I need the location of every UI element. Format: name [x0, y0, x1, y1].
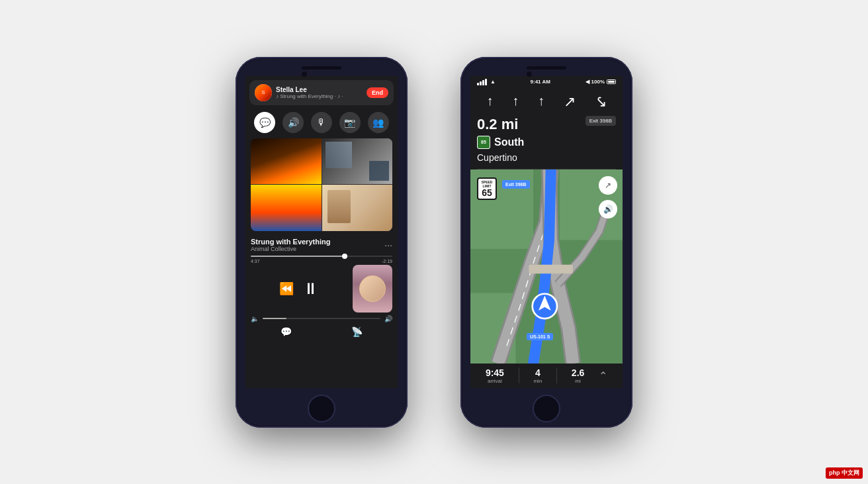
- controls-row: 💬 🔊 🎙 📷 👥: [245, 109, 398, 136]
- album-art: [251, 138, 392, 231]
- front-camera: [302, 72, 307, 77]
- lane-arrows: ↑ ↑ ↑ ↗ ↪: [477, 91, 616, 113]
- expand-button[interactable]: ⌃: [599, 369, 607, 382]
- group-icon[interactable]: 👥: [368, 112, 389, 133]
- share-icon: ↗: [605, 181, 611, 190]
- facetime-song: ♪ Strung with Everything · ♪ ·: [276, 93, 363, 99]
- status-left: ▲: [477, 79, 496, 85]
- eta-distance: 2.6 mi: [572, 367, 584, 384]
- nav-header: ↑ ↑ ↑ ↗ ↪ 0.2 mi Exit 398B 85: [470, 87, 623, 169]
- speaker-icon[interactable]: 🔊: [282, 112, 304, 133]
- audio-icon: 🔊: [603, 205, 613, 214]
- arrow-1: ↑: [486, 93, 493, 111]
- speaker-top: [302, 66, 341, 70]
- progress-thumb: [342, 254, 347, 259]
- nav-destination: Cupertino: [477, 152, 517, 163]
- exit-badge: Exit 398B: [586, 116, 616, 126]
- progress-bar[interactable]: [251, 256, 392, 257]
- collage-4: [322, 185, 393, 231]
- lyrics-icon[interactable]: 💬: [281, 326, 292, 337]
- watermark: php 中文网: [826, 467, 863, 479]
- bar-1: [477, 83, 479, 85]
- eta-time: 4 min: [533, 367, 542, 384]
- status-time: 9:41 AM: [531, 79, 550, 85]
- time-row: 4:37 -2:19: [245, 259, 398, 264]
- time-elapsed: 4:37: [251, 259, 260, 264]
- facetime-info: Stella Lee ♪ Strung with Everything · ♪ …: [276, 86, 363, 99]
- home-button-maps[interactable]: [533, 395, 560, 422]
- pause-button[interactable]: ⏸: [303, 279, 319, 298]
- destination-row: Cupertino: [477, 150, 616, 165]
- phone-left: S Stella Lee ♪ Strung with Everything · …: [236, 57, 408, 428]
- highway-label: US-101 S: [527, 333, 553, 340]
- facetime-user-name: Stella Lee: [276, 86, 363, 93]
- home-button[interactable]: [308, 395, 335, 422]
- highway-number: 85: [481, 140, 486, 144]
- status-right: ◀ 100%: [586, 79, 616, 85]
- exit-sign-map: Exit 398B: [502, 180, 530, 189]
- phone-right: ▲ 9:41 AM ◀ 100% ↑: [460, 57, 632, 428]
- nav-main-row: 0.2 mi Exit 398B: [477, 113, 616, 134]
- message-icon[interactable]: 💬: [254, 112, 275, 133]
- playback-controls: ⏪ ⏸: [251, 279, 347, 298]
- speed-limit-sign: SPEEDLIMIT 65: [477, 177, 497, 200]
- progress-fill: [251, 256, 347, 257]
- time-remaining: -2:19: [382, 259, 392, 264]
- arrow-4: ↗: [564, 93, 576, 111]
- nav-direction: South: [494, 136, 524, 148]
- arrow-2: ↑: [512, 93, 519, 111]
- highway-shield: 85: [477, 136, 490, 149]
- song-title: Strung with Everything: [251, 238, 330, 246]
- mic-icon[interactable]: 🎙: [311, 112, 332, 133]
- bar-2: [480, 81, 482, 85]
- nav-distance: 0.2 mi: [477, 116, 518, 133]
- map-view: SPEEDLIMIT 65 Exit 398B ↗ 🔊 US-101 S: [470, 169, 623, 363]
- battery-label: 100%: [591, 79, 605, 85]
- facetime-video-thumbnail: [353, 265, 392, 313]
- camera-icon[interactable]: 📷: [339, 112, 361, 133]
- share-button[interactable]: ↗: [599, 176, 617, 195]
- collage-1: [251, 138, 322, 185]
- svg-rect-4: [529, 264, 573, 273]
- nav-route-row: 85 South: [477, 134, 616, 150]
- eta-distance-value: 2.6: [572, 367, 584, 378]
- collage-2: [322, 138, 393, 185]
- volume-low-icon: 🔈: [251, 315, 259, 322]
- battery-icon: [607, 79, 616, 84]
- eta-divider-1: [519, 367, 519, 383]
- music-screen: S Stella Lee ♪ Strung with Everything · …: [245, 76, 398, 388]
- bar-3: [482, 80, 484, 85]
- signal-bars: [477, 79, 487, 85]
- song-info: Strung with Everything Animal Collective…: [245, 234, 398, 254]
- avatar: S: [255, 84, 272, 101]
- speed-limit-text: SPEEDLIMIT: [480, 180, 494, 188]
- volume-fill: [263, 318, 286, 319]
- volume-bar[interactable]: [263, 318, 380, 319]
- audio-button[interactable]: 🔊: [599, 200, 617, 218]
- more-button[interactable]: ···: [384, 240, 392, 250]
- airplay-icon[interactable]: 📡: [351, 326, 363, 337]
- volume-row: 🔈 🔊: [245, 314, 398, 324]
- front-camera-maps: [527, 72, 532, 77]
- eta-time-label: min: [533, 378, 542, 384]
- wifi-icon: ▲: [490, 79, 496, 85]
- eta-distance-label: mi: [572, 378, 584, 384]
- eta-arrival: 9:45 arrival: [486, 367, 504, 384]
- eta-bar: 9:45 arrival 4 min 2.6 mi ⌃: [470, 363, 623, 388]
- status-bar: ▲ 9:41 AM ◀ 100%: [470, 76, 623, 87]
- speaker-top-maps: [527, 66, 566, 70]
- playback-row: ⏪ ⏸: [245, 264, 398, 314]
- location-icon: ◀: [586, 79, 589, 85]
- song-artist: Animal Collective: [251, 246, 330, 252]
- scene: S Stella Lee ♪ Strung with Everything · …: [236, 57, 632, 428]
- rewind-button[interactable]: ⏪: [279, 281, 294, 296]
- eta-arrival-label: arrival: [486, 378, 504, 384]
- eta-arrival-value: 9:45: [486, 367, 504, 378]
- end-call-button[interactable]: End: [367, 87, 388, 98]
- facetime-bar: S Stella Lee ♪ Strung with Everything · …: [249, 80, 394, 105]
- speed-limit-number: 65: [480, 188, 494, 197]
- volume-high-icon: 🔊: [384, 315, 392, 322]
- arrow-5: ↪: [590, 91, 611, 112]
- bottom-icons: 💬 📡: [245, 324, 398, 340]
- bar-4: [485, 79, 487, 85]
